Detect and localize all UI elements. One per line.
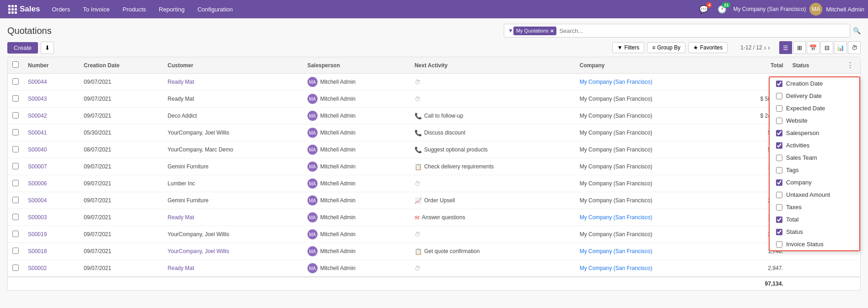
quotation-number-link[interactable]: S00003 — [28, 214, 47, 221]
column-chooser-item[interactable]: Untaxed Amount — [770, 189, 859, 201]
row-company[interactable]: My Company (San Francisco) — [575, 209, 728, 226]
row-checkbox[interactable] — [12, 231, 19, 237]
search-input[interactable] — [556, 27, 846, 34]
row-checkbox-cell[interactable] — [8, 124, 23, 141]
column-chooser-item[interactable]: Tags — [770, 164, 859, 176]
row-checkbox[interactable] — [12, 214, 19, 220]
row-company[interactable]: My Company (San Francisco) — [575, 260, 728, 277]
row-checkbox[interactable] — [12, 197, 19, 203]
column-chooser-item[interactable]: Activities — [770, 139, 859, 151]
quotation-number-link[interactable]: S00007 — [28, 163, 47, 170]
quotation-number-link[interactable]: S00018 — [28, 248, 47, 254]
row-checkbox-cell[interactable] — [8, 226, 23, 243]
clock-view-btn[interactable]: ⏱ — [848, 41, 861, 54]
customer-name[interactable]: YourCompany, Joel Willis — [167, 248, 229, 254]
list-view-btn[interactable]: ☰ — [779, 41, 792, 54]
row-checkbox-cell[interactable] — [8, 74, 23, 91]
row-customer[interactable]: YourCompany, Joel Willis — [163, 243, 302, 260]
row-checkbox-cell[interactable] — [8, 91, 23, 108]
row-checkbox-cell[interactable] — [8, 260, 23, 277]
row-number[interactable]: S00018 — [23, 243, 79, 260]
col-number[interactable]: Number — [23, 57, 79, 74]
col-cb-tags[interactable] — [776, 167, 782, 173]
column-settings-btn[interactable]: ⋮ — [845, 61, 856, 70]
column-chooser-item[interactable]: Sales Team — [770, 151, 859, 164]
activity-icon-btn[interactable]: 🕐 21 — [715, 3, 729, 16]
row-checkbox[interactable] — [12, 146, 19, 152]
nav-to-invoice[interactable]: To Invoice — [77, 0, 115, 18]
row-checkbox-cell[interactable] — [8, 141, 23, 158]
column-chooser-item[interactable]: Taxes — [770, 201, 859, 213]
select-all-header[interactable] — [8, 57, 23, 74]
customer-name[interactable]: Ready Mat — [167, 214, 194, 221]
customer-name[interactable]: Ready Mat — [167, 79, 194, 85]
column-chooser-item[interactable]: Website — [770, 114, 859, 127]
col-cb-sales-team[interactable] — [776, 155, 782, 161]
company-name-cell[interactable]: My Company (San Francisco) — [580, 214, 652, 221]
nav-orders[interactable]: Orders — [46, 0, 75, 18]
col-cb-status[interactable] — [776, 229, 782, 235]
filters-button[interactable]: ▼ Filters — [612, 42, 645, 53]
col-customer[interactable]: Customer — [163, 57, 302, 74]
search-bar[interactable]: ▼ My Quotations × — [504, 24, 850, 38]
column-chooser-item[interactable]: Delivery Date — [770, 90, 859, 102]
col-cb-expected-date[interactable] — [776, 105, 782, 112]
pivot-view-btn[interactable]: ⊟ — [820, 41, 833, 54]
company-name-cell[interactable]: My Company (San Francisco) — [580, 265, 652, 271]
nav-products[interactable]: Products — [117, 0, 151, 18]
row-checkbox[interactable] — [12, 112, 19, 119]
row-checkbox[interactable] — [12, 265, 19, 271]
row-number[interactable]: S00007 — [23, 158, 79, 175]
chat-icon-btn[interactable]: 💬 4 — [696, 3, 711, 16]
row-checkbox[interactable] — [12, 129, 19, 135]
column-chooser-item[interactable]: Salesperson — [770, 127, 859, 139]
row-number[interactable]: S00002 — [23, 260, 79, 277]
col-cb-salesperson[interactable] — [776, 130, 782, 136]
nav-configuration[interactable]: Configuration — [192, 0, 238, 18]
col-cb-website[interactable] — [776, 118, 782, 124]
next-page-btn[interactable]: › — [768, 44, 770, 51]
row-number[interactable]: S00040 — [23, 141, 79, 158]
quotation-number-link[interactable]: S00041 — [28, 130, 47, 136]
quotation-number-link[interactable]: S00006 — [28, 180, 47, 187]
column-chooser-item[interactable]: Invoice Status — [770, 238, 859, 250]
row-checkbox-cell[interactable] — [8, 209, 23, 226]
quotation-number-link[interactable]: S00044 — [28, 79, 47, 85]
col-cb-activities[interactable] — [776, 142, 782, 149]
row-customer[interactable]: Ready Mat — [163, 74, 302, 91]
col-cb-untaxed-amount[interactable] — [776, 192, 782, 198]
filter-tag-close[interactable]: × — [550, 27, 554, 34]
row-checkbox-cell[interactable] — [8, 108, 23, 124]
row-number[interactable]: S00004 — [23, 192, 79, 209]
row-checkbox[interactable] — [12, 78, 19, 85]
column-chooser-item[interactable]: Creation Date — [770, 77, 859, 90]
quotation-number-link[interactable]: S00019 — [28, 231, 47, 238]
create-button[interactable]: Create — [7, 42, 38, 54]
row-checkbox-cell[interactable] — [8, 158, 23, 175]
groupby-button[interactable]: ≡ Group By — [647, 42, 685, 53]
column-chooser-item[interactable]: Expected Date — [770, 102, 859, 114]
row-customer[interactable]: Ready Mat — [163, 209, 302, 226]
quotation-number-link[interactable]: S00042 — [28, 113, 47, 119]
download-button[interactable]: ⬇ — [41, 42, 54, 54]
select-all-checkbox[interactable] — [12, 61, 19, 68]
col-cb-company[interactable] — [776, 179, 782, 186]
customer-name[interactable]: Ready Mat — [167, 265, 194, 271]
column-chooser-item[interactable]: Status — [770, 226, 859, 238]
row-checkbox-cell[interactable] — [8, 175, 23, 192]
calendar-view-btn[interactable]: 📅 — [807, 41, 819, 54]
prev-page-btn[interactable]: ‹ — [764, 44, 766, 51]
column-chooser-item[interactable]: Company — [770, 176, 859, 189]
row-checkbox[interactable] — [12, 95, 19, 102]
favorites-button[interactable]: ★ Favorites — [688, 42, 728, 53]
quotation-number-link[interactable]: S00043 — [28, 96, 47, 102]
column-chooser-item[interactable]: Total — [770, 213, 859, 226]
user-avatar[interactable]: MA — [809, 3, 822, 16]
row-number[interactable]: S00003 — [23, 209, 79, 226]
row-checkbox-cell[interactable] — [8, 243, 23, 260]
col-cb-taxes[interactable] — [776, 204, 782, 211]
col-next-activity[interactable]: Next Activity — [410, 57, 575, 74]
company-name-cell[interactable]: My Company (San Francisco) — [580, 79, 652, 85]
row-number[interactable]: S00044 — [23, 74, 79, 91]
nav-reporting[interactable]: Reporting — [153, 0, 190, 18]
